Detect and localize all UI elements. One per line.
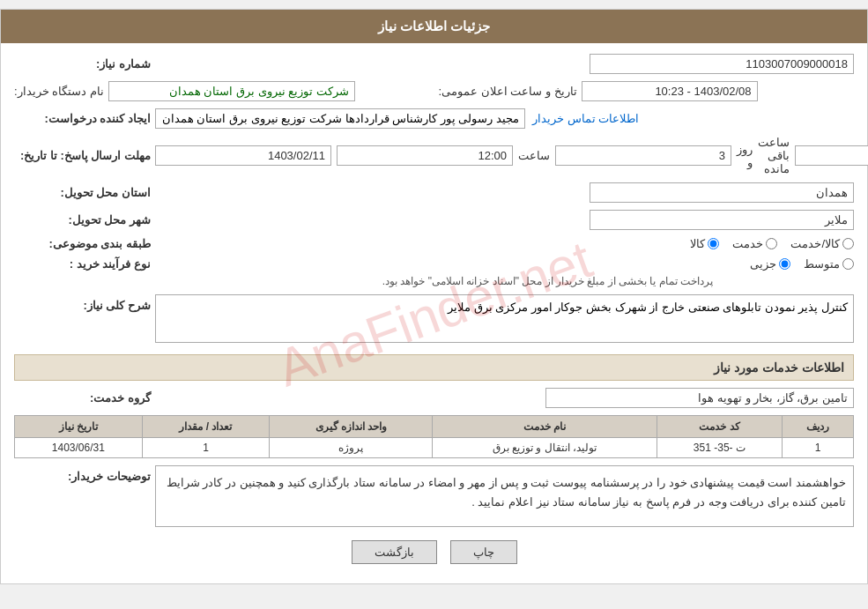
process-mutavasset[interactable]: متوسط — [804, 257, 854, 271]
date-announce-label: تاریخ و ساعت اعلان عمومی: — [439, 85, 577, 98]
response-day-label: روز و — [737, 143, 753, 169]
col-date: تاریخ نیاز — [15, 416, 143, 438]
category-khidmat[interactable]: خدمت — [732, 237, 777, 250]
remaining-label: ساعت باقی مانده — [758, 136, 790, 175]
table-row: 1 ت -35- 351 تولید، انتقال و توزیع برق پ… — [15, 438, 854, 458]
response-time-label: ساعت — [518, 149, 550, 162]
col-name: نام خدمت — [433, 416, 657, 438]
services-section-title: اطلاعات خدمات مورد نیاز — [14, 354, 854, 381]
process-note: پرداخت تمام یا بخشی از مبلغ خریدار از مح… — [382, 275, 713, 287]
process-jozi[interactable]: جزیی — [750, 257, 790, 271]
col-qty: تعداد / مقدار — [142, 416, 270, 438]
page-title: جزئیات اطلاعات نیاز — [1, 10, 867, 43]
need-number-value: 1103007009000018 — [590, 54, 854, 74]
province-value: همدان — [590, 182, 854, 203]
city-label: شهر محل تحویل: — [14, 213, 155, 227]
col-row: ردیف — [783, 416, 854, 438]
process-label: نوع فرآیند خرید : — [14, 257, 155, 271]
description-label: شرح کلی نیاز: — [14, 294, 155, 312]
cell-unit: پروژه — [270, 438, 433, 458]
back-button[interactable]: بازگشت — [352, 540, 437, 564]
services-table: ردیف کد خدمت نام خدمت واحد اندازه گیری ت… — [14, 415, 854, 458]
need-number-label: شماره نیاز: — [14, 57, 155, 71]
buyer-desc-label: توضیحات خریدار: — [14, 465, 155, 483]
remaining-value: 01:06:00 — [795, 145, 868, 166]
cell-date: 1403/06/31 — [15, 438, 143, 458]
cell-code: ت -35- 351 — [657, 438, 783, 458]
contact-link[interactable]: اطلاعات تماس خریدار — [532, 112, 639, 125]
response-day-value: 3 — [555, 145, 731, 166]
cell-name: تولید، انتقال و توزیع برق — [433, 438, 657, 458]
response-date-value: 1403/02/11 — [155, 145, 331, 166]
response-time-value: 12:00 — [337, 145, 513, 166]
category-kala[interactable]: کالا — [690, 237, 719, 250]
col-code: کد خدمت — [657, 416, 783, 438]
category-kala-khidmat[interactable]: کالا/خدمت — [790, 237, 854, 250]
print-button[interactable]: چاپ — [450, 540, 517, 564]
buyer-value: شرکت توزیع نیروی برق استان همدان — [108, 81, 355, 101]
col-unit: واحد اندازه گیری — [270, 416, 433, 438]
date-announce-value: 1403/02/08 - 10:23 — [582, 81, 758, 101]
response-date-label: مهلت ارسال پاسخ: تا تاریخ: — [14, 149, 155, 162]
group-service-value: تامین برق، گاز، بخار و تهویه هوا — [545, 388, 854, 408]
cell-row: 1 — [783, 438, 854, 458]
description-value — [155, 294, 854, 343]
province-label: استان محل تحویل: — [14, 186, 155, 199]
category-label: طبقه بندی موضوعی: — [14, 237, 155, 250]
group-service-label: گروه خدمت: — [14, 391, 155, 405]
creator-label: ایجاد کننده درخواست: — [14, 112, 155, 125]
city-value: ملایر — [590, 210, 854, 230]
creator-value: مجید رسولی پور کارشناس قراردادها شرکت تو… — [155, 108, 525, 129]
buyer-desc-value: خواهشمند است قیمت پیشنهادی خود را در پرس… — [155, 465, 854, 527]
cell-qty: 1 — [142, 438, 270, 458]
buyer-label: نام دستگاه خریدار: — [14, 85, 104, 98]
